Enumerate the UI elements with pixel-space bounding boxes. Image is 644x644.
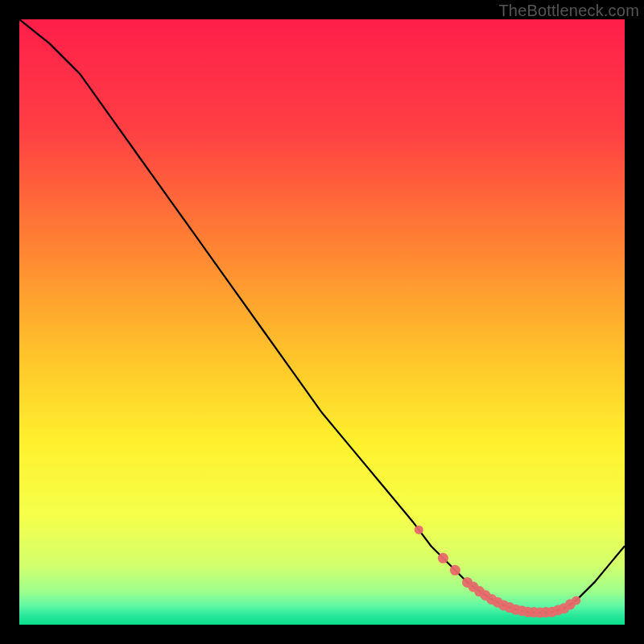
chart-frame (19, 19, 625, 625)
valley-marker (415, 526, 423, 535)
valley-marker (450, 565, 460, 576)
attribution-text: TheBottleneck.com (498, 2, 639, 20)
plot-area (19, 19, 625, 625)
valley-marker (438, 553, 448, 564)
bottleneck-curve (19, 19, 625, 625)
valley-marker (572, 596, 580, 605)
